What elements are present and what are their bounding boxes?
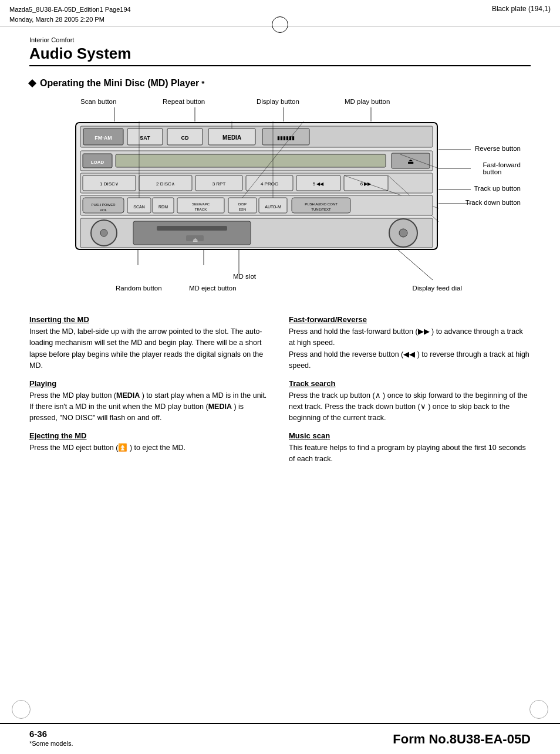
svg-text:5  ◀◀: 5 ◀◀ (313, 181, 325, 187)
subsection-title-text: Operating the Mini Disc (MD) Player (40, 78, 199, 89)
callout-md-slot: MD slot (233, 273, 256, 280)
diagram: Scan button Repeat button Display button… (29, 98, 531, 297)
header-line1: Mazda5_8U38-EA-05D_Edition1 Page194 (9, 5, 131, 15)
callout-track-up: Track up button (474, 185, 521, 192)
svg-text:4  PROG: 4 PROG (261, 181, 278, 187)
svg-point-65 (399, 229, 407, 237)
svg-text:CD: CD (181, 135, 189, 141)
left-column: Inserting the MD Insert the MD, label-si… (29, 315, 271, 468)
header-right: Black plate (194,1) (492, 5, 551, 13)
para-fast-forward: Press and hold the fast-forward button (… (289, 326, 531, 372)
svg-text:2  DISC∧: 2 DISC∧ (156, 181, 175, 187)
para-inserting: Insert the MD, label-side up with the ar… (29, 326, 271, 372)
heading-music-scan: Music scan (289, 431, 531, 440)
para-music-scan: This feature helps to find a program by … (289, 442, 531, 465)
heading-playing: Playing (29, 379, 271, 388)
svg-text:FM·AM: FM·AM (95, 135, 112, 141)
page-content: Interior Comfort Audio System Operating … (0, 27, 560, 478)
bottom-left-circle (12, 700, 31, 719)
heading-track-search: Track search (289, 379, 531, 388)
svg-text:VOL: VOL (100, 208, 107, 212)
right-column: Fast-forward/Reverse Press and hold the … (289, 315, 531, 468)
svg-rect-61 (157, 226, 227, 231)
bottom-right-circle (529, 700, 548, 719)
svg-text:TUNE/TEXT: TUNE/TEXT (311, 208, 331, 211)
main-text: Inserting the MD Insert the MD, label-si… (29, 315, 531, 468)
svg-text:TRACK: TRACK (195, 208, 207, 211)
svg-text:AUTO-M: AUTO-M (265, 205, 281, 209)
svg-text:ESN: ESN (239, 208, 246, 211)
callout-track-down: Track down button (465, 199, 521, 206)
svg-text:LOAD: LOAD (91, 160, 104, 165)
subsection-heading: Operating the Mini Disc (MD) Player* (29, 78, 531, 89)
svg-text:DISP: DISP (238, 202, 247, 206)
callout-display-feed: Display feed dial (413, 285, 462, 292)
callout-repeat: Repeat button (163, 98, 205, 105)
asterisk: * (201, 79, 204, 88)
para-playing: Press the MD play button (MEDIA ) to sta… (29, 390, 271, 424)
footer-page: 6-36 (29, 729, 73, 739)
svg-text:SEEK/APC: SEEK/APC (192, 202, 210, 206)
svg-text:1  DISC∨: 1 DISC∨ (100, 181, 119, 187)
footer-form: Form No.8U38-EA-05D (393, 732, 531, 747)
svg-rect-15 (116, 154, 386, 167)
footer-note: *Some models. (29, 740, 73, 747)
svg-text:SAT: SAT (140, 135, 150, 141)
svg-text:PUSH AUDIO CONT: PUSH AUDIO CONT (305, 202, 338, 206)
svg-text:MEDIA: MEDIA (222, 134, 241, 141)
callout-random: Random button (116, 285, 162, 292)
svg-text:SCAN: SCAN (133, 205, 144, 209)
svg-text:3  RPT: 3 RPT (212, 181, 226, 187)
callout-scan: Scan button (80, 98, 116, 105)
svg-line-77 (397, 249, 433, 280)
heading-inserting: Inserting the MD (29, 315, 271, 324)
callout-reverse: Reverse button (475, 145, 521, 152)
svg-text:PUSH POWER: PUSH POWER (91, 203, 116, 207)
header-line2: Monday, March 28 2005 2:20 PM (9, 15, 131, 25)
callout-md-eject: MD eject button (189, 285, 237, 292)
footer: 6-36 *Some models. Form No.8U38-EA-05D (0, 723, 560, 754)
header-left: Mazda5_8U38-EA-05D_Edition1 Page194 Mond… (9, 5, 131, 24)
para-track-search: Press the track up button (∧ ) once to s… (289, 390, 531, 424)
section-title: Audio System (29, 45, 531, 66)
callout-fast-fwd: Fast-forwardbutton (483, 161, 521, 175)
para-ejecting: Press the MD eject button (⏫ ) to eject … (29, 442, 271, 454)
stereo-diagram-svg: FM·AM SAT CD MEDIA ▮▮▮▮▮▮ LOAD (75, 121, 438, 251)
section-label: Interior Comfort (29, 36, 531, 43)
header-circle (272, 16, 288, 33)
svg-text:⏏: ⏏ (193, 236, 198, 243)
callout-md-play: MD play button (345, 98, 390, 105)
header: Mazda5_8U38-EA-05D_Edition1 Page194 Mond… (0, 0, 560, 27)
diamond-icon (28, 79, 36, 87)
callout-display: Display button (257, 98, 299, 105)
svg-text:6  ▶▶: 6 ▶▶ (360, 181, 372, 187)
svg-point-59 (100, 229, 107, 236)
svg-text:⏏: ⏏ (407, 157, 414, 165)
svg-text:RDM: RDM (158, 205, 168, 209)
heading-ejecting: Ejecting the MD (29, 431, 271, 440)
heading-fast-forward: Fast-forward/Reverse (289, 315, 531, 324)
